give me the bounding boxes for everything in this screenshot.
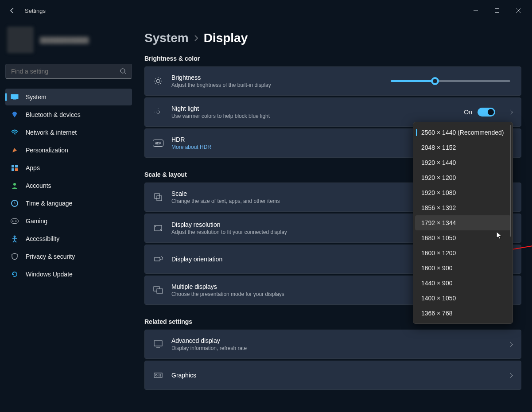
brightness-slider[interactable]: [391, 80, 510, 82]
svg-line-15: [15, 203, 16, 204]
brightness-card: Brightness Adjust the brightness of the …: [144, 66, 521, 96]
sidebar-item-label: Time & language: [26, 200, 72, 207]
resolution-option[interactable]: 2048 × 1152: [415, 140, 511, 155]
sidebar-item-apps[interactable]: Apps: [5, 159, 132, 176]
svg-rect-1: [495, 9, 499, 13]
breadcrumb-parent[interactable]: System: [144, 31, 189, 45]
nav-icon: [11, 128, 19, 136]
resolution-option[interactable]: 1440 × 900: [415, 276, 511, 291]
sidebar-item-time-language[interactable]: Time & language: [5, 195, 132, 212]
svg-point-17: [12, 221, 14, 222]
night-light-sub: Use warmer colors to help block blue lig…: [171, 113, 456, 119]
svg-point-34: [157, 111, 159, 113]
svg-line-30: [155, 78, 156, 79]
svg-rect-6: [11, 94, 19, 99]
sidebar-item-network-internet[interactable]: Network & internet: [5, 124, 132, 141]
resolution-option[interactable]: 1920 × 1440: [415, 155, 511, 170]
sidebar-item-label: Personalization: [26, 147, 68, 154]
brightness-title: Brightness: [171, 74, 383, 81]
nav-icon: [11, 164, 19, 172]
nav-icon: [11, 111, 19, 119]
avatar: [7, 27, 34, 53]
orientation-icon: [153, 254, 163, 264]
svg-rect-48: [157, 289, 163, 293]
breadcrumb-current: Display: [204, 31, 248, 45]
search-input[interactable]: [11, 68, 120, 75]
sidebar-item-label: System: [26, 93, 47, 101]
adv-sub: Display information, refresh rate: [171, 345, 495, 351]
search-box[interactable]: [5, 64, 132, 79]
night-light-toggle[interactable]: [478, 108, 495, 117]
minimize-icon: [474, 8, 478, 13]
breadcrumb: System Display: [144, 31, 521, 45]
window-title: Settings: [25, 8, 46, 14]
close-icon: [516, 8, 520, 13]
chevron-right-icon: [509, 372, 513, 378]
svg-rect-11: [15, 168, 18, 171]
resolution-dropdown[interactable]: 2560 × 1440 (Recommended)2048 × 11521920…: [413, 122, 513, 324]
svg-rect-8: [12, 165, 14, 167]
monitor-icon: [153, 339, 163, 350]
sidebar-item-label: Apps: [26, 164, 40, 171]
sidebar-item-label: Bluetooth & devices: [26, 111, 81, 118]
nav-icon: [11, 235, 19, 243]
resolution-option[interactable]: 1856 × 1392: [415, 200, 511, 215]
section-brightness-color: Brightness & color: [144, 55, 521, 62]
hdr-icon: HDR: [153, 138, 163, 148]
close-button[interactable]: [508, 4, 528, 18]
svg-line-5: [124, 73, 126, 74]
resolution-option[interactable]: 1920 × 1200: [415, 170, 511, 185]
nav-icon: [11, 146, 19, 154]
sidebar-item-personalization[interactable]: Personalization: [5, 142, 132, 159]
nav-icon: [11, 217, 19, 225]
resolution-option[interactable]: 1792 × 1344: [415, 215, 511, 230]
resolution-option[interactable]: 1600 × 900: [415, 260, 511, 276]
nav-icon: [11, 270, 19, 278]
night-light-icon: [153, 107, 163, 117]
sidebar-item-bluetooth-devices[interactable]: Bluetooth & devices: [5, 106, 132, 123]
night-light-title: Night light: [171, 105, 456, 112]
graphics-title: Graphics: [171, 372, 495, 379]
svg-rect-49: [154, 341, 162, 346]
back-button[interactable]: [4, 2, 21, 19]
resolution-icon: [153, 223, 163, 233]
nav-icon: [11, 93, 19, 101]
graphics-card[interactable]: Graphics: [144, 361, 521, 390]
user-meta: ████████████: [40, 37, 89, 43]
sidebar-item-gaming[interactable]: Gaming: [5, 213, 132, 229]
minimize-button[interactable]: [466, 4, 486, 18]
sidebar-item-system[interactable]: System: [5, 89, 132, 105]
resolution-option[interactable]: 2560 × 1440 (Recommended): [415, 125, 511, 140]
svg-line-45: [160, 229, 162, 231]
chevron-right-icon: [194, 35, 198, 42]
svg-point-12: [13, 183, 16, 186]
svg-point-4: [120, 69, 125, 73]
chevron-right-icon: [509, 109, 513, 115]
sidebar-item-accounts[interactable]: Accounts: [5, 177, 132, 194]
svg-rect-9: [15, 165, 18, 167]
resolution-option[interactable]: 1920 × 1080: [415, 185, 511, 200]
advanced-display-card[interactable]: Advanced display Display information, re…: [144, 330, 521, 359]
svg-line-32: [160, 78, 161, 79]
svg-rect-16: [11, 219, 19, 224]
brightness-sub: Adjust the brightness of the built-in di…: [171, 82, 383, 88]
svg-point-52: [155, 374, 157, 376]
svg-line-31: [160, 83, 161, 84]
resolution-option[interactable]: 1400 × 1050: [415, 291, 511, 306]
back-arrow-icon: [9, 7, 16, 14]
maximize-button[interactable]: [487, 4, 507, 18]
sidebar: ████████████ SystemBluetooth & devicesNe…: [0, 21, 137, 412]
resolution-option[interactable]: 1680 × 1050: [415, 230, 511, 245]
multiple-displays-icon: [153, 285, 163, 295]
sidebar-item-privacy-security[interactable]: Privacy & security: [5, 248, 132, 265]
resolution-option[interactable]: 1366 × 768: [415, 306, 511, 321]
sidebar-item-label: Accessibility: [26, 235, 59, 242]
sidebar-item-windows-update[interactable]: Windows Update: [5, 266, 132, 283]
sidebar-item-accessibility[interactable]: Accessibility: [5, 230, 132, 247]
user-profile[interactable]: ████████████: [7, 25, 130, 55]
resolution-option[interactable]: 1600 × 1200: [415, 245, 511, 260]
sidebar-item-label: Accounts: [26, 182, 51, 189]
graphics-icon: [153, 370, 163, 381]
search-icon: [120, 68, 126, 74]
sun-icon: [153, 76, 163, 86]
